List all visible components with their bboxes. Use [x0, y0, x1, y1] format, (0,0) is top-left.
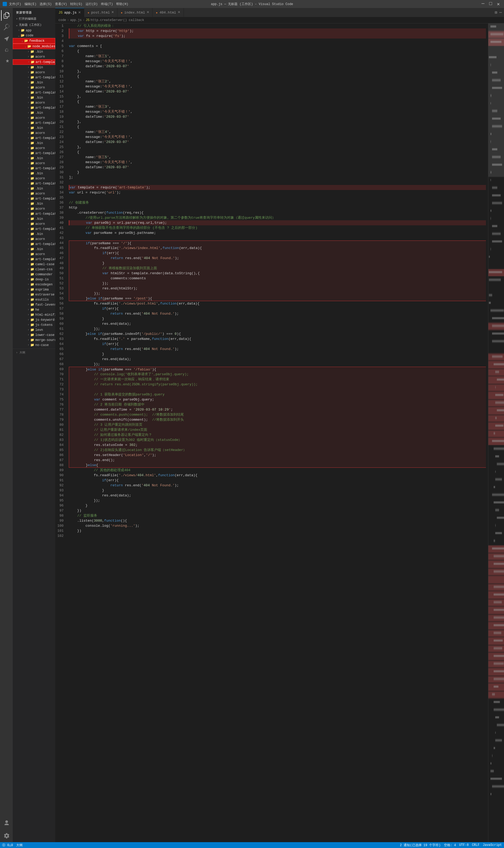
tree-item-art-template[interactable]: ›📁art-template: [13, 166, 55, 171]
tree-item-acorn[interactable]: ›📁acorn: [13, 100, 55, 105]
activity-accounts[interactable]: [1, 818, 12, 828]
tree-item-bin[interactable]: ›📁.bin: [13, 95, 55, 100]
breadcrumb-appjs[interactable]: app.js: [70, 18, 82, 22]
tree-item-commander[interactable]: › 📁 commander: [13, 272, 55, 277]
minimize-button[interactable]: ─: [480, 1, 486, 7]
menu-select[interactable]: 选择(S): [40, 2, 52, 6]
tree-item-code[interactable]: ⌄ 📂 code: [13, 33, 55, 38]
tree-item-levn[interactable]: › 📁 levn: [13, 327, 55, 332]
tree-item-art-template-1[interactable]: › 📁 art-template: [13, 59, 55, 65]
tab-404html[interactable]: ⬥ 404.html ×: [152, 8, 184, 17]
activity-debug[interactable]: [1, 45, 12, 56]
tree-item-bin[interactable]: ›📁.bin: [13, 110, 55, 115]
tree-item-art-template[interactable]: ›📁art-template: [13, 196, 55, 201]
maximize-button[interactable]: □: [487, 1, 493, 7]
tree-item-bin[interactable]: ›📁.bin: [13, 232, 55, 236]
open-editors-section[interactable]: › 打开的编辑器: [13, 16, 55, 22]
code-content[interactable]: // 引入系统用的模块： var http = require('http');…: [67, 23, 488, 842]
tree-item-acorn[interactable]: ›📁acorn: [13, 85, 55, 90]
workspace-section[interactable]: ⌄ 无标题 (工作区): [13, 22, 55, 28]
tree-item-acorn[interactable]: ›📁acorn: [13, 70, 55, 75]
tree-item-fast-levenshtein[interactable]: › 📁 fast-levenshtein: [13, 302, 55, 307]
tree-item-bin[interactable]: ›📁.bin: [13, 186, 55, 191]
activity-explorer[interactable]: [1, 10, 12, 21]
tree-item-bin[interactable]: ›📁.bin: [13, 156, 55, 161]
menu-bar[interactable]: 文件(F) 编辑(E) 选择(S) 查看(V) 转到(G) 运行(D) 终端(T…: [9, 2, 128, 6]
tree-item-esprima[interactable]: › 📁 esprima: [13, 287, 55, 292]
editor-actions[interactable]: ⊞ ⋯: [492, 8, 504, 17]
tree-item-bin[interactable]: ›📁.bin: [13, 201, 55, 206]
tree-item-art-template[interactable]: ›📁art-template: [13, 105, 55, 110]
tree-item-bin[interactable]: ›📁.bin: [13, 247, 55, 252]
indent-info[interactable]: 空格: 4: [444, 843, 456, 847]
tree-item-bin[interactable]: ›📁.bin: [13, 216, 55, 221]
activity-settings[interactable]: [1, 830, 12, 841]
tree-item-art-template[interactable]: ›📁art-template: [13, 151, 55, 156]
tree-item-art-template[interactable]: ›📁art-template: [13, 257, 55, 262]
tree-item-acorn-1[interactable]: › 📁 acorn: [13, 54, 55, 59]
tree-item-acorn[interactable]: ›📁acorn: [13, 252, 55, 257]
code-editor[interactable]: 1234567891011121314151617181920212223242…: [55, 23, 488, 842]
more-actions-icon[interactable]: ⋯: [499, 10, 502, 15]
tree-item-acorn[interactable]: ›📁acorn: [13, 236, 55, 241]
tree-item-deep-is[interactable]: › 📁 deep-is: [13, 277, 55, 282]
activity-extensions[interactable]: [1, 57, 12, 68]
tree-item-node-modules[interactable]: ⌄ 📂 node_modules: [13, 43, 55, 49]
tree-item-acorn[interactable]: ›📁acorn: [13, 115, 55, 120]
tree-item-acorn[interactable]: ›📁acorn: [13, 191, 55, 196]
tree-item-acorn[interactable]: ›📁acorn: [13, 206, 55, 211]
tree-item-acorn[interactable]: ›📁acorn: [13, 146, 55, 151]
tab-indexhtml[interactable]: ⬥ index.html ×: [118, 8, 153, 17]
tree-item-bin[interactable]: ›📁.bin: [13, 171, 55, 176]
tree-item-no-case[interactable]: › 📁 no-case: [13, 343, 55, 348]
tree-item-estraverse[interactable]: › 📁 estraverse: [13, 292, 55, 297]
tree-item-art-template[interactable]: ›📁art-template: [13, 90, 55, 95]
split-editor-icon[interactable]: ⊞: [495, 10, 497, 15]
tree-item-escodegen[interactable]: › 📁 escodegen: [13, 282, 55, 287]
menu-goto[interactable]: 转到(G): [70, 2, 83, 6]
menu-file[interactable]: 文件(F): [9, 2, 21, 6]
breadcrumb-code[interactable]: code: [58, 18, 66, 22]
breadcrumb-function[interactable]: http.createServer() callback: [91, 18, 144, 22]
tree-item-acorn[interactable]: ›📁acorn: [13, 221, 55, 227]
menu-help[interactable]: 帮助(H): [116, 2, 128, 6]
menu-view[interactable]: 查看(V): [55, 2, 67, 6]
tree-item-art-template[interactable]: ›📁art-template: [13, 241, 55, 247]
tree-item-art-template[interactable]: ›📁art-template: [13, 181, 55, 186]
window-controls[interactable]: ─ □ ✕: [480, 1, 501, 7]
tree-item-bin[interactable]: ›📁.bin: [13, 80, 55, 85]
tree-item-js-tokens[interactable]: › 📁 js-tokens: [13, 322, 55, 327]
tree-item-merge-source-map[interactable]: › 📁 merge-source-map: [13, 338, 55, 343]
tree-item-camel-case[interactable]: › 📁 camel-case: [13, 262, 55, 267]
tree-item-esutils[interactable]: › 📁 esutils: [13, 297, 55, 302]
tab-posthtml[interactable]: ⬥ post.html ×: [84, 8, 118, 17]
menu-edit[interactable]: 编辑(E): [24, 2, 37, 6]
tree-item-art-template[interactable]: ›📁art-template: [13, 75, 55, 80]
tree-item-bin[interactable]: ›📁.bin: [13, 65, 55, 70]
language-info[interactable]: JavaScript: [483, 843, 502, 847]
git-status[interactable]: ⓪ 0△0: [2, 843, 13, 847]
activity-search[interactable]: [1, 22, 12, 32]
close-button[interactable]: ✕: [495, 1, 501, 7]
menu-terminal[interactable]: 终端(T): [101, 2, 113, 6]
menu-run[interactable]: 运行(D): [86, 2, 98, 6]
tab-close-button[interactable]: ×: [147, 10, 149, 15]
tree-item-acorn[interactable]: ›📁acorn: [13, 130, 55, 136]
tab-close-button[interactable]: ×: [78, 11, 81, 15]
tab-close-button[interactable]: ×: [111, 10, 114, 15]
tree-item-clean-css[interactable]: › 📁 clean-css: [13, 267, 55, 272]
tree-item-feedback[interactable]: ⌄ 📂 feedback: [13, 38, 55, 43]
tree-item-art-template[interactable]: ›📁art-template: [13, 227, 55, 232]
tree-item-bin[interactable]: ›📁.bin: [13, 125, 55, 130]
tree-item-app[interactable]: › 📁 app: [13, 28, 55, 33]
outline-status[interactable]: 大纲: [16, 843, 22, 847]
tree-item-art-template[interactable]: ›📁art-template: [13, 136, 55, 141]
tree-item-js-keyword-js[interactable]: › 📁 js-keyword-js: [13, 317, 55, 322]
tree-item-he[interactable]: › 📁 he: [13, 307, 55, 312]
line-ending-info[interactable]: CRLF: [472, 843, 480, 847]
tree-item-acorn[interactable]: ›📁acorn: [13, 176, 55, 181]
activity-source-control[interactable]: [1, 34, 12, 44]
tree-item-art-template[interactable]: ›📁art-template: [13, 120, 55, 125]
tree-item-bin-1[interactable]: › 📁 .bin: [13, 49, 55, 54]
tree-item-bin[interactable]: ›📁.bin: [13, 141, 55, 146]
